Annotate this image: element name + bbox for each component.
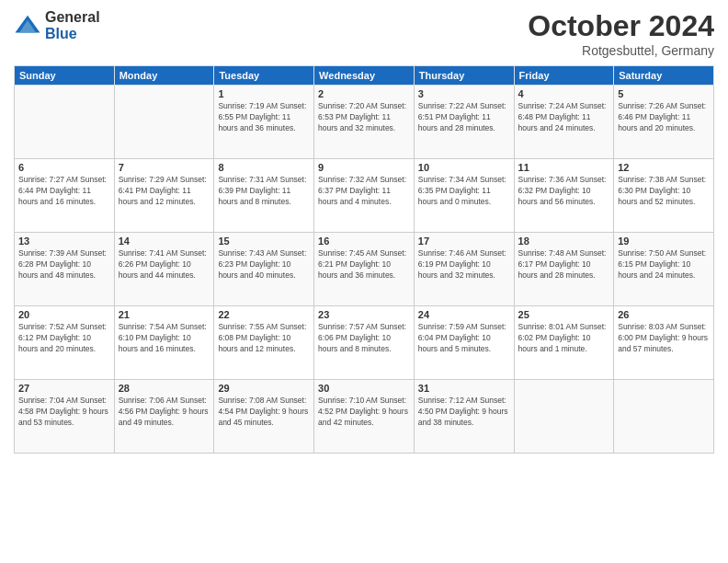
calendar-cell: 16Sunrise: 7:45 AM Sunset: 6:21 PM Dayli… xyxy=(314,233,415,306)
day-info: Sunrise: 7:32 AM Sunset: 6:37 PM Dayligh… xyxy=(318,175,410,208)
day-info: Sunrise: 7:45 AM Sunset: 6:21 PM Dayligh… xyxy=(318,248,410,282)
calendar-cell: 21Sunrise: 7:54 AM Sunset: 6:10 PM Dayli… xyxy=(114,306,214,380)
header-row: SundayMondayTuesdayWednesdayThursdayFrid… xyxy=(15,66,714,86)
calendar-cell: 10Sunrise: 7:34 AM Sunset: 6:35 PM Dayli… xyxy=(414,159,514,233)
day-number: 12 xyxy=(618,162,710,173)
day-header-monday: Monday xyxy=(114,66,214,86)
day-header-tuesday: Tuesday xyxy=(214,66,314,86)
day-info: Sunrise: 7:41 AM Sunset: 6:26 PM Dayligh… xyxy=(119,248,210,282)
day-info: Sunrise: 7:20 AM Sunset: 6:53 PM Dayligh… xyxy=(318,101,410,134)
day-info: Sunrise: 7:27 AM Sunset: 6:44 PM Dayligh… xyxy=(18,175,110,208)
calendar-cell: 9Sunrise: 7:32 AM Sunset: 6:37 PM Daylig… xyxy=(314,159,415,233)
day-info: Sunrise: 7:24 AM Sunset: 6:48 PM Dayligh… xyxy=(518,101,610,134)
day-info: Sunrise: 7:22 AM Sunset: 6:51 PM Dayligh… xyxy=(418,101,510,134)
day-info: Sunrise: 7:31 AM Sunset: 6:39 PM Dayligh… xyxy=(218,175,310,208)
calendar-cell: 12Sunrise: 7:38 AM Sunset: 6:30 PM Dayli… xyxy=(614,159,714,233)
day-info: Sunrise: 7:50 AM Sunset: 6:15 PM Dayligh… xyxy=(618,248,710,282)
day-number: 27 xyxy=(18,383,110,394)
location: Rotgesbuttel, Germany xyxy=(528,43,714,58)
day-number: 6 xyxy=(18,162,110,173)
week-row-1: 1Sunrise: 7:19 AM Sunset: 6:55 PM Daylig… xyxy=(15,86,714,159)
day-info: Sunrise: 7:54 AM Sunset: 6:10 PM Dayligh… xyxy=(119,322,210,355)
calendar-cell: 13Sunrise: 7:39 AM Sunset: 6:28 PM Dayli… xyxy=(15,233,115,306)
logo-icon xyxy=(14,12,41,40)
day-info: Sunrise: 7:29 AM Sunset: 6:41 PM Dayligh… xyxy=(119,175,210,208)
day-info: Sunrise: 7:43 AM Sunset: 6:23 PM Dayligh… xyxy=(218,248,310,282)
calendar-cell: 2Sunrise: 7:20 AM Sunset: 6:53 PM Daylig… xyxy=(314,86,415,159)
day-info: Sunrise: 7:34 AM Sunset: 6:35 PM Dayligh… xyxy=(418,175,510,208)
day-info: Sunrise: 7:08 AM Sunset: 4:54 PM Dayligh… xyxy=(218,396,310,429)
day-info: Sunrise: 7:19 AM Sunset: 6:55 PM Dayligh… xyxy=(218,101,310,134)
week-row-3: 13Sunrise: 7:39 AM Sunset: 6:28 PM Dayli… xyxy=(15,233,714,306)
day-number: 10 xyxy=(418,162,510,173)
day-number: 11 xyxy=(518,162,610,173)
day-number: 25 xyxy=(518,309,610,320)
calendar-cell: 25Sunrise: 8:01 AM Sunset: 6:02 PM Dayli… xyxy=(514,306,614,380)
week-row-5: 27Sunrise: 7:04 AM Sunset: 4:58 PM Dayli… xyxy=(15,380,714,454)
day-header-saturday: Saturday xyxy=(614,66,714,86)
calendar-cell: 14Sunrise: 7:41 AM Sunset: 6:26 PM Dayli… xyxy=(114,233,214,306)
day-info: Sunrise: 7:06 AM Sunset: 4:56 PM Dayligh… xyxy=(119,396,210,429)
calendar-cell: 18Sunrise: 7:48 AM Sunset: 6:17 PM Dayli… xyxy=(514,233,614,306)
day-number: 26 xyxy=(618,309,710,320)
day-number: 19 xyxy=(618,236,710,247)
day-number: 29 xyxy=(218,383,310,394)
calendar-cell: 29Sunrise: 7:08 AM Sunset: 4:54 PM Dayli… xyxy=(214,380,314,454)
day-number: 5 xyxy=(618,88,710,99)
calendar-cell: 5Sunrise: 7:26 AM Sunset: 6:46 PM Daylig… xyxy=(614,86,714,159)
logo: General Blue xyxy=(14,9,100,41)
day-header-friday: Friday xyxy=(514,66,614,86)
day-info: Sunrise: 8:03 AM Sunset: 6:00 PM Dayligh… xyxy=(618,322,710,355)
day-number: 23 xyxy=(318,309,410,320)
day-number: 8 xyxy=(218,162,310,173)
page: General Blue October 2024 Rotgesbuttel, … xyxy=(0,0,728,563)
day-info: Sunrise: 7:55 AM Sunset: 6:08 PM Dayligh… xyxy=(218,322,310,355)
calendar-cell: 22Sunrise: 7:55 AM Sunset: 6:08 PM Dayli… xyxy=(214,306,314,380)
calendar-cell: 6Sunrise: 7:27 AM Sunset: 6:44 PM Daylig… xyxy=(15,159,115,233)
day-info: Sunrise: 7:12 AM Sunset: 4:50 PM Dayligh… xyxy=(418,396,510,429)
calendar-cell: 7Sunrise: 7:29 AM Sunset: 6:41 PM Daylig… xyxy=(114,159,214,233)
day-number: 17 xyxy=(418,236,510,247)
calendar-cell: 30Sunrise: 7:10 AM Sunset: 4:52 PM Dayli… xyxy=(314,380,415,454)
day-header-wednesday: Wednesday xyxy=(314,66,415,86)
day-info: Sunrise: 7:39 AM Sunset: 6:28 PM Dayligh… xyxy=(18,248,110,282)
day-number: 13 xyxy=(18,236,110,247)
calendar-cell: 1Sunrise: 7:19 AM Sunset: 6:55 PM Daylig… xyxy=(214,86,314,159)
logo-text: General Blue xyxy=(45,9,100,41)
calendar-cell: 19Sunrise: 7:50 AM Sunset: 6:15 PM Dayli… xyxy=(614,233,714,306)
day-number: 16 xyxy=(318,236,410,247)
calendar-cell: 27Sunrise: 7:04 AM Sunset: 4:58 PM Dayli… xyxy=(15,380,115,454)
day-info: Sunrise: 7:38 AM Sunset: 6:30 PM Dayligh… xyxy=(618,175,710,208)
week-row-4: 20Sunrise: 7:52 AM Sunset: 6:12 PM Dayli… xyxy=(15,306,714,380)
day-info: Sunrise: 8:01 AM Sunset: 6:02 PM Dayligh… xyxy=(518,322,610,355)
day-info: Sunrise: 7:48 AM Sunset: 6:17 PM Dayligh… xyxy=(518,248,610,282)
calendar-cell: 31Sunrise: 7:12 AM Sunset: 4:50 PM Dayli… xyxy=(414,380,514,454)
day-header-sunday: Sunday xyxy=(15,66,115,86)
logo-general: General xyxy=(45,9,100,26)
day-number: 20 xyxy=(18,309,110,320)
calendar-cell: 20Sunrise: 7:52 AM Sunset: 6:12 PM Dayli… xyxy=(15,306,115,380)
day-number: 4 xyxy=(518,88,610,99)
calendar-cell xyxy=(614,380,714,454)
calendar-cell: 4Sunrise: 7:24 AM Sunset: 6:48 PM Daylig… xyxy=(514,86,614,159)
calendar-cell: 11Sunrise: 7:36 AM Sunset: 6:32 PM Dayli… xyxy=(514,159,614,233)
day-number: 18 xyxy=(518,236,610,247)
calendar-cell: 3Sunrise: 7:22 AM Sunset: 6:51 PM Daylig… xyxy=(414,86,514,159)
calendar-cell xyxy=(114,86,214,159)
day-info: Sunrise: 7:59 AM Sunset: 6:04 PM Dayligh… xyxy=(418,322,510,355)
day-number: 2 xyxy=(318,88,410,99)
header: General Blue October 2024 Rotgesbuttel, … xyxy=(14,9,714,58)
day-number: 30 xyxy=(318,383,410,394)
calendar-cell: 28Sunrise: 7:06 AM Sunset: 4:56 PM Dayli… xyxy=(114,380,214,454)
week-row-2: 6Sunrise: 7:27 AM Sunset: 6:44 PM Daylig… xyxy=(15,159,714,233)
day-info: Sunrise: 7:57 AM Sunset: 6:06 PM Dayligh… xyxy=(318,322,410,355)
calendar-cell xyxy=(514,380,614,454)
day-number: 1 xyxy=(218,88,310,99)
day-info: Sunrise: 7:36 AM Sunset: 6:32 PM Dayligh… xyxy=(518,175,610,208)
day-header-thursday: Thursday xyxy=(414,66,514,86)
day-info: Sunrise: 7:26 AM Sunset: 6:46 PM Dayligh… xyxy=(618,101,710,134)
day-number: 14 xyxy=(119,236,210,247)
month-title: October 2024 xyxy=(528,9,714,43)
calendar-cell: 17Sunrise: 7:46 AM Sunset: 6:19 PM Dayli… xyxy=(414,233,514,306)
day-number: 24 xyxy=(418,309,510,320)
